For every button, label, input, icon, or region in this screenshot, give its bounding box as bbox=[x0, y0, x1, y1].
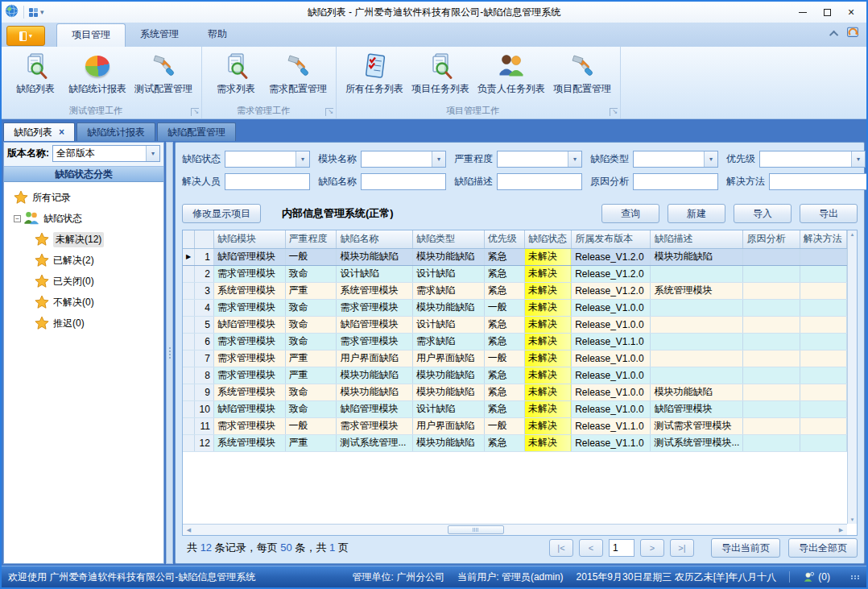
scrollbar-thumb[interactable] bbox=[448, 525, 504, 534]
filter-value-input[interactable] bbox=[498, 151, 568, 167]
table-row[interactable]: 12系统管理模块严重测试系统管理...模块功能缺陷紧急未解决Release_V1… bbox=[183, 434, 847, 451]
column-header[interactable]: 优先级 bbox=[484, 230, 524, 248]
chevron-down-icon[interactable]: ▾ bbox=[851, 151, 865, 167]
table-row[interactable]: 2需求管理模块致命设计缺陷设计缺陷紧急未解决Release_V1.2.0 bbox=[183, 265, 847, 282]
prev-page-button[interactable]: < bbox=[579, 539, 603, 557]
app-menu-button[interactable]: ▾ bbox=[6, 26, 45, 46]
chevron-down-icon[interactable]: ▾ bbox=[146, 146, 159, 161]
vertical-scrollbar[interactable]: ▲ ▼ bbox=[847, 230, 857, 524]
ribbon-collapse-icon[interactable] bbox=[829, 30, 838, 39]
ribbon-button[interactable]: 测试配置管理 bbox=[130, 50, 196, 97]
column-header[interactable]: 缺陷模块 bbox=[213, 230, 285, 248]
doc-tab-0[interactable]: 缺陷列表× bbox=[3, 122, 75, 141]
maximize-button[interactable] bbox=[815, 3, 839, 21]
column-header[interactable]: 原因分析 bbox=[743, 230, 800, 248]
first-page-button[interactable]: |< bbox=[549, 539, 573, 557]
table-row[interactable]: 4需求管理模块致命需求管理模块模块功能缺陷一般未解决Release_V1.0.0 bbox=[183, 299, 847, 316]
version-select[interactable]: 全部版本 ▾ bbox=[52, 145, 160, 162]
tree-item-1[interactable]: −缺陷状态 bbox=[6, 208, 162, 229]
quick-access-toolbar-button[interactable]: ▾ bbox=[29, 8, 44, 17]
ribbon-button[interactable]: 缺陷统计报表 bbox=[64, 50, 130, 97]
chevron-down-icon[interactable]: ▾ bbox=[432, 151, 445, 167]
filter-combo-模块名称[interactable]: ▾ bbox=[361, 151, 446, 168]
filter-input-解决方法[interactable] bbox=[769, 173, 868, 190]
filter-value-input[interactable] bbox=[225, 174, 309, 189]
ribbon-button[interactable]: 需求配置管理 bbox=[265, 50, 331, 97]
filter-combo-严重程度[interactable]: ▾ bbox=[497, 151, 582, 168]
close-tab-icon[interactable]: × bbox=[59, 127, 64, 138]
ribbon-tab-1[interactable]: 系统管理 bbox=[126, 23, 193, 47]
scroll-up-icon[interactable]: ▲ bbox=[850, 232, 855, 237]
column-header[interactable]: 缺陷名称 bbox=[337, 230, 413, 248]
ribbon-button[interactable]: 缺陷列表 bbox=[6, 50, 64, 97]
filter-value-input[interactable] bbox=[225, 151, 296, 167]
tree-item-0[interactable]: 所有记录 bbox=[6, 187, 162, 208]
filter-value-input[interactable] bbox=[760, 151, 851, 167]
table-row[interactable]: 3系统管理模块严重系统管理模块需求缺陷紧急未解决Release_V1.2.0系统… bbox=[183, 282, 847, 299]
scroll-right-icon[interactable]: ▶ bbox=[835, 525, 847, 535]
tree-item-2[interactable]: 未解决(12) bbox=[6, 229, 162, 250]
chevron-down-icon[interactable]: ▾ bbox=[296, 151, 309, 167]
doc-tab-2[interactable]: 缺陷配置管理 bbox=[157, 122, 236, 141]
filter-input-解决人员[interactable] bbox=[225, 173, 310, 190]
table-row[interactable]: 5缺陷管理模块致命缺陷管理模块设计缺陷紧急未解决Release_V1.0.0 bbox=[183, 316, 847, 333]
minimize-button[interactable] bbox=[791, 3, 815, 21]
column-header[interactable]: 解决方法 bbox=[800, 230, 846, 248]
next-page-button[interactable]: > bbox=[640, 539, 664, 557]
table-row[interactable]: 9系统管理模块致命模块功能缺陷模块功能缺陷紧急未解决Release_V1.0.0… bbox=[183, 384, 847, 400]
horizontal-scrollbar[interactable]: ◀ ▶ bbox=[183, 524, 847, 535]
export-button[interactable]: 导出 bbox=[800, 204, 858, 223]
modify-columns-button[interactable]: 修改显示项目 bbox=[182, 204, 261, 223]
ribbon-button[interactable]: 需求列表 bbox=[207, 50, 265, 97]
import-button[interactable]: 导入 bbox=[734, 204, 792, 223]
filter-input-缺陷描述[interactable] bbox=[497, 173, 582, 190]
table-row[interactable]: 6需求管理模块致命需求管理模块需求缺陷紧急未解决Release_V1.1.0 bbox=[183, 333, 847, 350]
last-page-button[interactable]: >| bbox=[670, 539, 694, 557]
page-number-input[interactable] bbox=[609, 539, 634, 557]
ribbon-button[interactable]: 所有任务列表 bbox=[341, 50, 407, 97]
table-row[interactable]: 10缺陷管理模块致命缺陷管理模块设计缺陷紧急未解决Release_V1.0.0缺… bbox=[183, 400, 847, 417]
dialog-launcher-icon[interactable]: ↘ bbox=[610, 108, 618, 116]
filter-combo-缺陷类型[interactable]: ▾ bbox=[633, 151, 718, 168]
create-button[interactable]: 新建 bbox=[668, 204, 725, 223]
column-header[interactable]: 所属发布版本 bbox=[572, 230, 651, 248]
tree-item-5[interactable]: 不解决(0) bbox=[6, 292, 162, 313]
tree-item-4[interactable]: 已关闭(0) bbox=[6, 271, 162, 292]
table-row[interactable]: ▶1缺陷管理模块一般模块功能缺陷模块功能缺陷紧急未解决Release_V1.2.… bbox=[183, 248, 847, 265]
tree-item-3[interactable]: 已解决(2) bbox=[6, 250, 162, 271]
column-header[interactable]: 缺陷描述 bbox=[651, 230, 743, 248]
tree-item-6[interactable]: 推迟(0) bbox=[6, 313, 162, 334]
message-indicator[interactable]: (0) bbox=[803, 571, 830, 583]
ribbon-button[interactable]: 项目配置管理 bbox=[549, 50, 615, 97]
ribbon-tab-0[interactable]: 项目管理 bbox=[56, 23, 126, 47]
ribbon-button[interactable]: 项目任务列表 bbox=[407, 50, 473, 97]
filter-input-缺陷名称[interactable] bbox=[361, 173, 446, 190]
tree-expander-icon[interactable]: − bbox=[14, 215, 21, 222]
filter-value-input[interactable] bbox=[362, 151, 432, 167]
column-header[interactable]: 缺陷类型 bbox=[413, 230, 485, 248]
search-button[interactable]: 查询 bbox=[601, 204, 659, 223]
filter-value-input[interactable] bbox=[498, 174, 581, 189]
filter-combo-优先级[interactable]: ▾ bbox=[759, 151, 866, 168]
chevron-down-icon[interactable]: ▾ bbox=[704, 151, 717, 167]
table-row[interactable]: 7需求管理模块严重用户界面缺陷用户界面缺陷一般未解决Release_V1.0.0 bbox=[183, 350, 847, 367]
dialog-launcher-icon[interactable]: ↘ bbox=[191, 108, 199, 116]
ribbon-tab-2[interactable]: 帮助 bbox=[193, 23, 242, 47]
filter-value-input[interactable] bbox=[770, 174, 868, 189]
filter-value-input[interactable] bbox=[634, 151, 704, 167]
filter-value-input[interactable] bbox=[362, 174, 445, 189]
table-row[interactable]: 8需求管理模块严重模块功能缺陷模块功能缺陷紧急未解决Release_V1.0.0 bbox=[183, 367, 847, 384]
scroll-down-icon[interactable]: ▼ bbox=[850, 517, 855, 522]
filter-value-input[interactable] bbox=[634, 174, 717, 189]
ribbon-help-icon[interactable] bbox=[846, 25, 860, 42]
export-all-pages-button[interactable]: 导出全部页 bbox=[788, 538, 858, 558]
table-row[interactable]: 11需求管理模块一般需求管理模块用户界面缺陷一般未解决Release_V1.1.… bbox=[183, 417, 847, 434]
column-header[interactable]: 缺陷状态 bbox=[524, 230, 571, 248]
dialog-launcher-icon[interactable]: ↘ bbox=[325, 108, 333, 116]
ribbon-button[interactable]: 负责人任务列表 bbox=[473, 50, 549, 97]
column-header[interactable]: 严重程度 bbox=[285, 230, 337, 248]
chevron-down-icon[interactable]: ▾ bbox=[568, 151, 581, 167]
close-button[interactable]: × bbox=[839, 3, 863, 21]
panel-splitter[interactable] bbox=[166, 142, 173, 564]
filter-combo-缺陷状态[interactable]: ▾ bbox=[225, 151, 310, 168]
